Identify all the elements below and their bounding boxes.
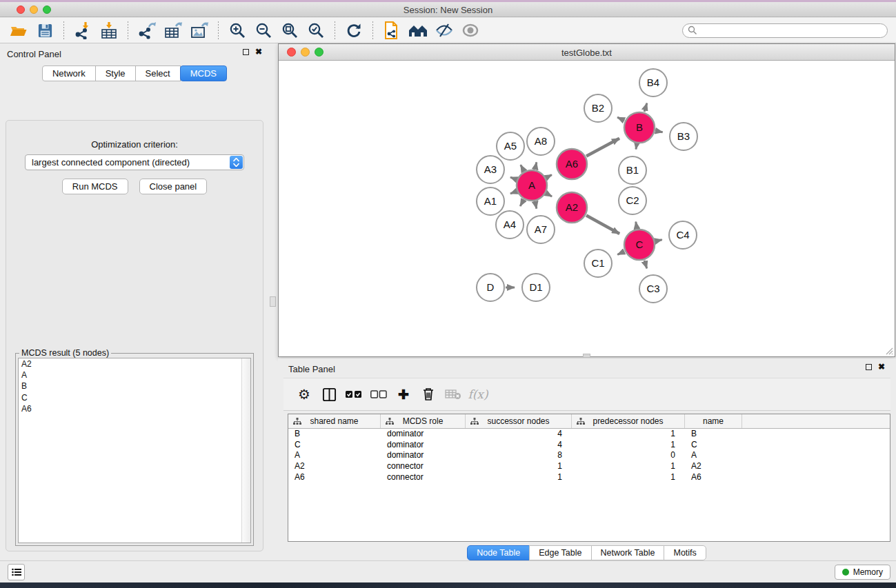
column-header-successor-nodes[interactable]: successor nodes [466, 414, 572, 428]
graph-edge-A-A1[interactable] [510, 192, 517, 194]
graph-node-A3[interactable]: A3 [477, 156, 504, 183]
add-column-icon[interactable]: ✚ [391, 384, 416, 405]
graph-node-B2[interactable]: B2 [584, 94, 612, 122]
graph-edge-C-C3[interactable] [644, 261, 647, 269]
graph-edge-B-B2[interactable] [617, 117, 624, 121]
network-window-titlebar[interactable]: testGlobe.txt [279, 44, 895, 61]
reset-view-icon[interactable] [407, 20, 429, 41]
column-selector-icon[interactable] [317, 384, 341, 405]
graph-node-B[interactable]: B [624, 112, 655, 143]
graph-node-C2[interactable]: C2 [619, 187, 646, 214]
table-close-panel-icon[interactable]: ✖ [878, 364, 885, 370]
optimization-criterion-select[interactable]: largest connected component (directed) [25, 154, 244, 170]
window-resize-grip[interactable] [884, 345, 893, 355]
horizontal-splitter-handle[interactable] [583, 354, 590, 358]
zoom-selected-icon[interactable] [305, 20, 327, 41]
zoom-out-icon[interactable] [252, 20, 275, 41]
import-network-icon[interactable] [72, 20, 94, 41]
graph-node-A2[interactable]: A2 [557, 192, 587, 223]
tab-mcds[interactable]: MCDS [180, 65, 227, 81]
column-header-predecessor-nodes[interactable]: predecessor nodes [572, 414, 685, 428]
result-list-scrollbar[interactable] [241, 358, 250, 543]
graph-node-A6[interactable]: A6 [557, 149, 587, 179]
open-session-icon[interactable] [8, 20, 30, 41]
graph-node-B1[interactable]: B1 [619, 156, 646, 184]
graph-edge-A-A2[interactable] [546, 194, 552, 196]
mcds-result-item[interactable]: A [19, 369, 250, 381]
graph-node-A1[interactable]: A1 [477, 187, 504, 215]
hide-graphics-details-icon[interactable] [433, 20, 455, 41]
graph-edge-A-A5[interactable] [521, 165, 524, 171]
graph-edge-A-A3[interactable] [510, 177, 517, 179]
tab-network-table[interactable]: Network Table [591, 545, 665, 560]
graph-edge-A-A7[interactable] [535, 202, 537, 209]
export-network-icon[interactable] [136, 20, 158, 41]
graph-node-B3[interactable]: B3 [670, 123, 697, 150]
graph-node-A7[interactable]: A7 [527, 216, 555, 243]
table-row[interactable]: A6connector11A6 [288, 472, 890, 483]
search-box[interactable] [682, 23, 888, 38]
save-session-icon[interactable] [34, 20, 56, 41]
column-header-shared-name[interactable]: shared name [288, 414, 381, 428]
graph-edge-B-B3[interactable] [656, 131, 663, 132]
delete-column-icon[interactable] [416, 384, 441, 405]
graph-edge-A-A4[interactable] [520, 200, 524, 206]
graph-edge-A-A8[interactable] [535, 162, 537, 169]
graph-node-C4[interactable]: C4 [669, 221, 697, 249]
table-row[interactable]: Cdominator41C [288, 440, 890, 451]
tab-network[interactable]: Network [42, 65, 96, 81]
export-image-icon[interactable] [188, 20, 210, 41]
tab-style[interactable]: Style [95, 65, 136, 81]
export-table-icon[interactable] [162, 20, 184, 41]
graph-edge-B-B1[interactable] [636, 144, 637, 150]
graph-edge-C-C4[interactable] [655, 240, 661, 241]
memory-button[interactable]: Memory [835, 565, 890, 580]
deselect-all-icon[interactable] [366, 384, 391, 405]
show-graphics-details-icon[interactable] [459, 20, 481, 41]
tab-node-table[interactable]: Node Table [467, 545, 530, 560]
network-canvas[interactable]: AA1A2A3A4A5A6A7A8BB1B2B3B4CC1C2C3C4DD1 [279, 61, 895, 356]
column-header-name[interactable]: name [685, 414, 742, 428]
search-input[interactable] [701, 26, 882, 35]
select-all-icon[interactable] [341, 384, 366, 405]
graph-edge-B-B4[interactable] [644, 103, 647, 112]
graph-node-C[interactable]: C [624, 230, 655, 260]
graph-node-A8[interactable]: A8 [527, 128, 555, 155]
table-row[interactable]: Adominator80A [288, 450, 890, 461]
graph-node-D1[interactable]: D1 [522, 274, 550, 301]
graph-node-D[interactable]: D [477, 274, 504, 301]
table-settings-icon[interactable]: ⚙ [292, 384, 317, 405]
tab-edge-table[interactable]: Edge Table [529, 545, 591, 560]
mcds-result-item[interactable]: A2 [19, 358, 250, 369]
close-panel-button[interactable]: Close panel [139, 179, 208, 194]
graph-node-C3[interactable]: C3 [639, 275, 667, 303]
graph-edge-A6-B[interactable] [586, 139, 619, 156]
graph-node-A4[interactable]: A4 [496, 211, 524, 239]
graph-edge-A-A6[interactable] [546, 175, 552, 178]
graph-node-B4[interactable]: B4 [639, 69, 667, 97]
zoom-fit-icon[interactable] [279, 20, 301, 41]
graph-edge-C-C2[interactable] [636, 222, 637, 229]
graph-edge-C-C1[interactable] [617, 252, 624, 254]
mcds-result-item[interactable]: C [19, 392, 250, 403]
task-history-button[interactable] [8, 564, 25, 580]
vertical-splitter-handle[interactable] [270, 296, 276, 307]
table-row[interactable]: Bdominator41B [288, 429, 890, 440]
zoom-in-icon[interactable] [226, 20, 248, 41]
refresh-layout-icon[interactable] [343, 20, 365, 41]
column-header-MCDS-role[interactable]: MCDS role [381, 414, 466, 428]
graph-node-A[interactable]: A [517, 170, 547, 201]
graph-node-C1[interactable]: C1 [584, 250, 612, 277]
table-row[interactable]: A2connector11A2 [288, 461, 890, 472]
graph-node-A5[interactable]: A5 [497, 132, 524, 160]
graph-edge-A2-C[interactable] [586, 216, 619, 234]
first-neighbors-icon[interactable] [381, 20, 403, 41]
tab-motifs[interactable]: Motifs [664, 545, 706, 560]
import-table-icon[interactable] [98, 20, 120, 41]
mcds-result-item[interactable]: A6 [19, 403, 250, 414]
mcds-result-item[interactable]: B [19, 381, 250, 392]
table-float-panel-icon[interactable] [866, 364, 872, 370]
float-panel-icon[interactable] [243, 49, 249, 55]
run-mcds-button[interactable]: Run MCDS [62, 179, 128, 194]
close-panel-icon[interactable]: ✖ [255, 49, 262, 55]
